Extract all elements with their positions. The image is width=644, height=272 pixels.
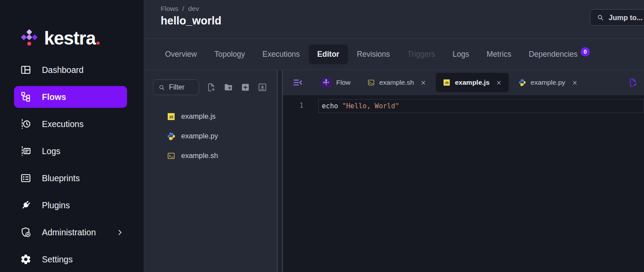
filter-field[interactable] <box>169 83 194 91</box>
editor-tab-example-js[interactable]: example.js <box>436 73 509 92</box>
line-content: echo "Hello, World" <box>318 99 644 113</box>
sidebar-item-flows[interactable]: Flows <box>14 86 127 108</box>
tab-triggers[interactable]: Triggers <box>399 45 444 64</box>
file-edit-button[interactable] <box>628 78 638 87</box>
tab-label: Triggers <box>407 50 435 59</box>
new-folder-button[interactable] <box>224 83 233 92</box>
code-token: "Hello, World" <box>342 102 399 110</box>
editor-tab-label: example.py <box>530 79 565 86</box>
filetype-icon <box>518 79 526 86</box>
close-icon[interactable] <box>496 80 502 86</box>
toolbar-icon <box>241 83 250 92</box>
page-title: hello_world <box>161 14 644 27</box>
new-file-button[interactable] <box>207 83 216 92</box>
editor-tab-flow[interactable]: Flow <box>313 73 358 92</box>
nav-label: Settings <box>42 255 72 265</box>
tab-badge: 0 <box>581 47 590 56</box>
sidebar-item-dashboard[interactable]: Dashboard <box>14 59 127 81</box>
panel-resize-handle[interactable] <box>277 70 283 272</box>
sidebar-item-administration[interactable]: Administration <box>14 221 127 243</box>
file-example-js[interactable]: example.js <box>144 107 277 126</box>
close-icon[interactable] <box>572 80 578 86</box>
filetype-icon <box>320 77 332 88</box>
toolbar-icon <box>258 83 267 92</box>
editor-tab-label: example.sh <box>379 79 414 86</box>
file-name: example.js <box>181 112 216 121</box>
tab-topology[interactable]: Topology <box>206 45 254 64</box>
nav-icon <box>20 172 31 184</box>
sidebar-item-logs[interactable]: Logs <box>14 140 127 162</box>
filetype-icon <box>167 151 176 160</box>
nav-icon <box>20 145 31 157</box>
close-icon[interactable] <box>420 80 426 86</box>
page-header: Flows / dev hello_world Jump to... <box>144 0 644 39</box>
code-token: echo <box>322 102 342 110</box>
jump-to-label: Jump to... <box>609 14 643 22</box>
kestra-logo[interactable]: kestra. <box>0 0 144 59</box>
tab-logs[interactable]: Logs <box>444 45 478 64</box>
editor-tab-label: Flow <box>336 79 351 86</box>
tab-label: Dependencies <box>529 50 578 59</box>
sidebar: kestra. Dashboard Flows Executions <box>0 0 144 272</box>
tab-label: Editor <box>317 50 340 59</box>
nav-icon <box>20 118 31 130</box>
nav-label: Logs <box>42 146 60 156</box>
editor-tab-example-sh[interactable]: example.sh <box>360 73 433 92</box>
filter-input[interactable] <box>153 79 199 95</box>
file-edit-icon <box>628 78 638 87</box>
file-name: example.py <box>181 132 218 140</box>
breadcrumb-namespace[interactable]: dev <box>188 5 199 13</box>
tab-metrics[interactable]: Metrics <box>478 45 520 64</box>
sidebar-item-plugins[interactable]: Plugins <box>14 194 127 216</box>
breadcrumb-separator: / <box>182 5 184 13</box>
tab-executions[interactable]: Executions <box>254 45 309 64</box>
nav-icon <box>20 227 31 238</box>
filetype-icon <box>367 79 375 86</box>
file-example-py[interactable]: example.py <box>144 126 277 146</box>
sidebar-item-executions[interactable]: Executions <box>14 113 127 135</box>
editor-tab-example-py[interactable]: example.py <box>511 73 584 92</box>
breadcrumb-flows[interactable]: Flows <box>161 5 178 13</box>
tab-editor[interactable]: Editor <box>309 45 348 64</box>
import-button[interactable] <box>258 83 267 92</box>
toolbar-icon <box>207 83 216 92</box>
main-area: Flows / dev hello_world Jump to... Overv… <box>144 0 644 272</box>
nav-label: Executions <box>42 119 83 129</box>
tab-overview[interactable]: Overview <box>156 45 206 64</box>
code-area[interactable]: 1 echo "Hello, World" <box>283 95 644 113</box>
tab-revisions[interactable]: Revisions <box>348 45 399 64</box>
content: example.js example.py example.sh <box>144 70 644 272</box>
collapse-sidebar-button[interactable] <box>293 77 303 88</box>
toolbar-icon <box>224 83 233 92</box>
tab-dependencies[interactable]: Dependencies 0 <box>520 45 599 64</box>
explorer-toolbar <box>144 70 277 95</box>
kestra-app: kestra. Dashboard Flows Executions <box>0 0 644 272</box>
page-tabs: Overview Topology Executions Editor <box>144 39 644 70</box>
code-editor: Flow example.sh example.js <box>283 70 644 272</box>
nav-icon <box>20 200 31 211</box>
file-example-sh[interactable]: example.sh <box>144 146 277 165</box>
nav-label: Blueprints <box>42 173 80 183</box>
filetype-icon <box>167 112 176 121</box>
nav-label: Administration <box>42 227 96 238</box>
sidebar-item-blueprints[interactable]: Blueprints <box>14 167 127 189</box>
collapse-icon <box>293 77 303 88</box>
nav-label: Plugins <box>42 200 70 210</box>
nav-label: Dashboard <box>42 65 83 75</box>
tab-label: Overview <box>165 50 197 59</box>
editor-tabstrip: Flow example.sh example.js <box>283 70 644 95</box>
nav-icon <box>20 64 31 76</box>
add-button[interactable] <box>241 83 250 92</box>
nav-label: Flows <box>42 92 66 102</box>
editor-tab-label: example.js <box>455 79 489 86</box>
breadcrumb: Flows / dev <box>161 5 644 13</box>
tab-label: Logs <box>453 50 469 59</box>
tab-label: Executions <box>262 50 300 59</box>
logo-text: kestra. <box>44 29 100 48</box>
jump-to-button[interactable]: Jump to... <box>590 9 644 26</box>
file-explorer: example.js example.py example.sh <box>144 70 277 272</box>
filetype-icon <box>167 132 176 141</box>
chevron-right-icon <box>116 229 124 236</box>
sidebar-item-settings[interactable]: Settings <box>14 248 127 270</box>
line-number: 1 <box>283 99 311 113</box>
